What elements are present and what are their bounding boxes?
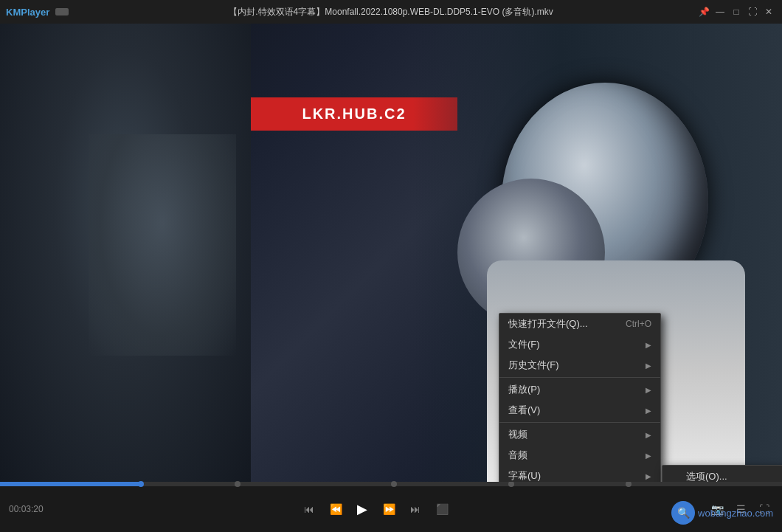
rewind-button[interactable]: ⏪	[327, 500, 345, 518]
controls-left: 00:03:20	[9, 504, 44, 514]
next-button[interactable]: ⏭	[406, 500, 424, 518]
suit-mesh	[89, 134, 236, 356]
controls-right: 📷 ☰ ⛶ 🔍 wobangzhao.com	[708, 500, 773, 518]
menu-item-open-file[interactable]: 快速打开文件(Q)... Ctrl+O	[499, 314, 660, 334]
context-menu: 快速打开文件(Q)... Ctrl+O 文件(F) ▶ 历史文件(F) ▶ 播放…	[499, 313, 661, 482]
separator-2	[499, 422, 660, 423]
chapter-marker-1	[235, 481, 241, 487]
audio-track-submenu: 选项(O)... ● A: English [eng] (eac3, 48000…	[662, 465, 782, 482]
left-scene	[0, 24, 251, 482]
title-bar: KMPlayer 【内封.特效双语4字幕】Moonfall.2022.1080p…	[0, 0, 782, 24]
window-title: 【内封.特效双语4字幕】Moonfall.2022.1080p.WEB-DL.D…	[229, 6, 553, 18]
menu-button[interactable]	[55, 8, 69, 15]
chapter-marker-2	[391, 481, 397, 487]
menu-item-play[interactable]: 播放(P) ▶	[499, 379, 660, 400]
watermark-icon: 🔍	[671, 501, 695, 525]
menu-item-video[interactable]: 视频 ▶	[499, 424, 660, 445]
menu-item-file[interactable]: 文件(F) ▶	[499, 334, 660, 355]
watermark-text: wobangzhao.com	[698, 508, 773, 519]
window-controls: 📌 — □ ⛶ ✕	[696, 4, 776, 19]
controls-row: 00:03:20 ⏮ ⏪ ▶ ⏩ ⏭ ⬛ 📷 ☰ ⛶ 🔍 wobangzhao.…	[0, 486, 782, 532]
progress-bar[interactable]	[0, 482, 782, 486]
menu-item-history[interactable]: 历史文件(F) ▶	[499, 355, 660, 376]
chapter-marker-3	[508, 481, 514, 487]
title-bar-left: KMPlayer	[6, 7, 69, 18]
separator-1	[499, 377, 660, 378]
audio-submenu-options[interactable]: 选项(O)...	[662, 466, 782, 482]
minimize-button[interactable]: —	[713, 4, 727, 19]
close-button[interactable]: ✕	[761, 4, 776, 19]
progress-fill	[0, 482, 141, 486]
video-area: LKR.HUB.C2 快速打开文件(Q)... Ctrl+O 文件(F) ▶ 历…	[0, 24, 782, 482]
prev-button[interactable]: ⏮	[300, 500, 318, 518]
chapter-marker-4	[626, 481, 632, 487]
menu-item-subtitle[interactable]: 字幕(U) ▶	[499, 466, 660, 482]
bottom-bar: 00:03:20 ⏮ ⏪ ▶ ⏩ ⏭ ⬛ 📷 ☰ ⛶ 🔍 wobangzhao.…	[0, 482, 782, 532]
fullscreen-button[interactable]: ⛶	[745, 4, 760, 19]
menu-item-view[interactable]: 查看(V) ▶	[499, 400, 660, 421]
app-logo: KMPlayer	[6, 7, 49, 18]
menu-item-audio[interactable]: 音频 ▶	[499, 445, 660, 466]
time-display: 00:03:20	[9, 504, 44, 514]
pin-button[interactable]: 📌	[696, 4, 711, 19]
restore-button[interactable]: □	[729, 4, 744, 19]
watermark: 🔍 wobangzhao.com	[671, 501, 773, 525]
controls-center: ⏮ ⏪ ▶ ⏩ ⏭ ⬛	[300, 500, 451, 518]
play-button[interactable]: ▶	[353, 500, 371, 518]
forward-button[interactable]: ⏩	[380, 500, 398, 518]
progress-handle[interactable]	[138, 481, 144, 487]
stop-button[interactable]: ⬛	[433, 500, 451, 518]
